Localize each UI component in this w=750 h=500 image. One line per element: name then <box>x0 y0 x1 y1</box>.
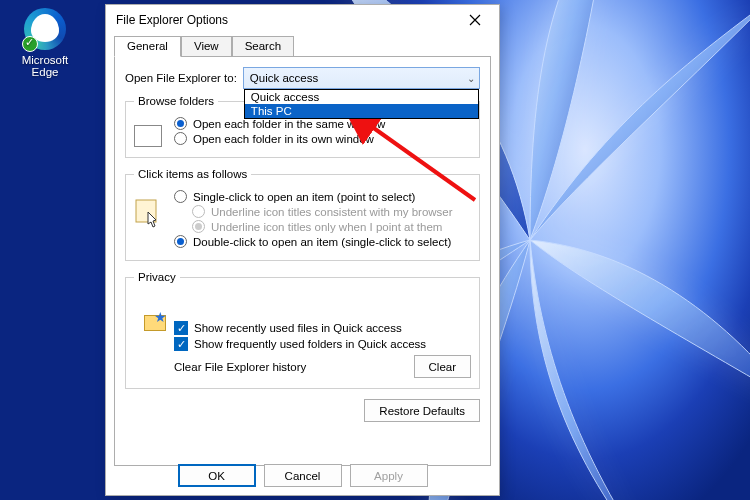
tab-general[interactable]: General <box>114 36 181 57</box>
group-legend: Click items as follows <box>134 168 251 180</box>
titlebar[interactable]: File Explorer Options <box>106 5 499 35</box>
tab-panel-general: Open File Explorer to: Quick access ⌄ Qu… <box>114 56 491 466</box>
radio-same-window[interactable] <box>174 117 187 130</box>
close-button[interactable] <box>459 9 491 31</box>
combo-dropdown: Quick access This PC <box>244 89 479 119</box>
radio-label: Underline icon titles only when I point … <box>211 221 442 233</box>
checkbox-recent-files[interactable]: ✓ <box>174 321 188 335</box>
clear-button[interactable]: Clear <box>414 355 471 378</box>
combo-value: Quick access <box>250 72 318 84</box>
edge-icon <box>24 8 66 50</box>
tab-label: Search <box>245 40 281 52</box>
clear-history-label: Clear File Explorer history <box>174 361 306 373</box>
tab-search[interactable]: Search <box>232 36 294 57</box>
option-label: Quick access <box>251 91 319 103</box>
button-label: OK <box>208 470 225 482</box>
checkbox-label: Show frequently used folders in Quick ac… <box>194 338 426 350</box>
click-icon <box>134 198 164 228</box>
checkbox-label: Show recently used files in Quick access <box>194 322 402 334</box>
button-label: Cancel <box>285 470 321 482</box>
group-legend: Privacy <box>134 271 180 283</box>
desktop-icon-edge[interactable]: Microsoft Edge <box>10 8 80 78</box>
desktop-icon-label: Microsoft Edge <box>10 54 80 78</box>
tab-strip: General View Search <box>114 35 491 56</box>
open-explorer-combo[interactable]: Quick access ⌄ Quick access This PC <box>243 67 480 89</box>
file-explorer-options-dialog: File Explorer Options General View Searc… <box>105 4 500 496</box>
radio-label: Open each folder in its own window <box>193 133 374 145</box>
dialog-button-row: OK Cancel Apply <box>106 464 499 487</box>
button-label: Restore Defaults <box>379 405 465 417</box>
radio-label: Double-click to open an item (single-cli… <box>193 236 451 248</box>
chevron-down-icon: ⌄ <box>467 73 475 84</box>
close-icon <box>469 14 481 26</box>
button-label: Clear <box>429 361 456 373</box>
cancel-button[interactable]: Cancel <box>264 464 342 487</box>
radio-label: Single-click to open an item (point to s… <box>193 191 415 203</box>
ok-button[interactable]: OK <box>178 464 256 487</box>
privacy-group: Privacy ★ ✓ Show recently used files in … <box>125 271 480 389</box>
radio-single-click[interactable] <box>174 190 187 203</box>
radio-double-click[interactable] <box>174 235 187 248</box>
radio-label: Open each folder in the same window <box>193 118 385 130</box>
privacy-icon: ★ <box>142 309 172 337</box>
combo-option-quick-access[interactable]: Quick access <box>245 90 478 104</box>
check-badge-icon <box>22 36 38 52</box>
dialog-title: File Explorer Options <box>116 13 228 27</box>
radio-underline-point <box>192 220 205 233</box>
button-label: Apply <box>374 470 403 482</box>
radio-underline-browser <box>192 205 205 218</box>
browse-icon <box>134 125 164 155</box>
click-items-group: Click items as follows Single-click to o… <box>125 168 480 261</box>
radio-label: Underline icon titles consistent with my… <box>211 206 453 218</box>
open-explorer-label: Open File Explorer to: <box>125 72 237 84</box>
tab-label: General <box>127 40 168 52</box>
tab-label: View <box>194 40 219 52</box>
group-legend: Browse folders <box>134 95 218 107</box>
restore-defaults-button[interactable]: Restore Defaults <box>364 399 480 422</box>
tab-view[interactable]: View <box>181 36 232 57</box>
apply-button[interactable]: Apply <box>350 464 428 487</box>
checkbox-frequent-folders[interactable]: ✓ <box>174 337 188 351</box>
combo-option-this-pc[interactable]: This PC <box>245 104 478 118</box>
radio-own-window[interactable] <box>174 132 187 145</box>
option-label: This PC <box>251 105 292 117</box>
